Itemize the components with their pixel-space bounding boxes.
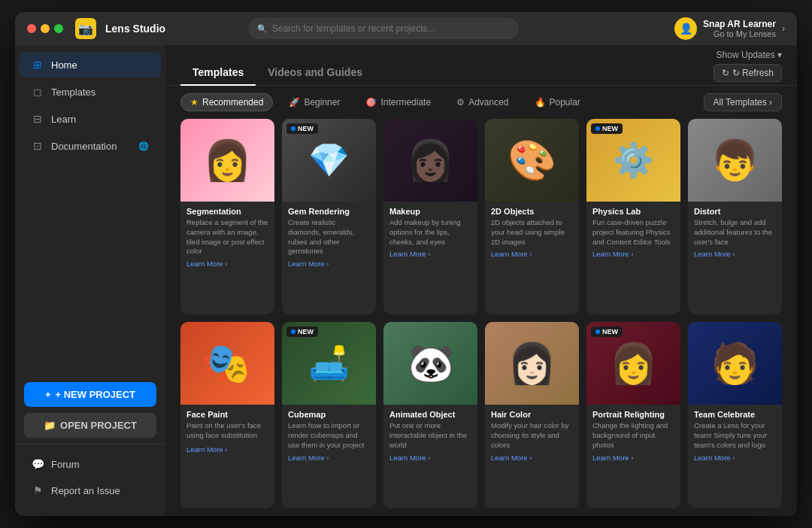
card-image-distort: 👦	[688, 119, 782, 202]
minimize-button[interactable]	[41, 24, 50, 33]
app-window: 📷 Lens Studio 🔍 👤 Snap AR Learner Go to …	[15, 12, 797, 516]
card-title-celebrate: Team Celebrate	[694, 410, 776, 419]
template-card-haircolor[interactable]: 👩🏻 Hair Color Modify your hair color by …	[485, 322, 579, 508]
refresh-label: ↻ Refresh	[732, 68, 774, 78]
haircolor-image: 👩🏻	[508, 341, 556, 387]
template-card-celebrate[interactable]: 🧑 Team Celebrate Create a Lens for your …	[688, 322, 782, 508]
show-updates-label[interactable]: Show Updates ▾	[717, 50, 782, 60]
template-card-makeup[interactable]: 👩🏿 Makeup Add makeup by tuning options f…	[383, 119, 477, 314]
tab-templates[interactable]: Templates	[180, 60, 256, 86]
card-body-makeup: Makeup Add makeup by tuning options for …	[383, 202, 477, 264]
card-body-segmentation: Segmentation Replace a segment of the ca…	[180, 202, 274, 274]
docs-icon: ⊡	[32, 140, 44, 152]
card-title-gem: Gem Rendering	[288, 207, 370, 216]
card-title-animated: Animated Object	[389, 410, 471, 419]
animated-image: 🐼	[408, 341, 454, 385]
template-card-2dobjects[interactable]: 🎨 2D Objects 2D objects attached to your…	[485, 119, 579, 314]
updates-bar[interactable]: Show Updates ▾	[165, 45, 797, 60]
card-desc-animated: Put one or more interactable object in t…	[389, 421, 471, 450]
sidebar-item-templates[interactable]: ◻ Templates	[20, 79, 161, 105]
learn-more-haircolor[interactable]: Learn More ›	[491, 454, 573, 462]
forum-icon: 💬	[32, 458, 44, 470]
filter-beginner[interactable]: 🚀 Beginner	[279, 93, 350, 111]
card-title-makeup: Makeup	[389, 207, 471, 216]
template-card-segmentation[interactable]: 👩 Segmentation Replace a segment of the …	[180, 119, 274, 314]
filter-recommended[interactable]: ★ Recommended	[180, 93, 273, 111]
card-title-physics: Physics Lab	[592, 207, 674, 216]
learn-more-facepaint[interactable]: Learn More ›	[186, 445, 268, 454]
new-project-button[interactable]: + + NEW PROJECT	[24, 382, 156, 407]
2dobjects-image: 🎨	[508, 138, 556, 184]
filter-advanced[interactable]: ⚙ Advanced	[447, 93, 518, 111]
physics-image: ⚙️	[613, 141, 654, 180]
template-card-gem[interactable]: 💎 NEW Gem Rendering Create realistic dia…	[282, 119, 376, 314]
learn-more-2dobjects[interactable]: Learn More ›	[491, 250, 573, 258]
close-button[interactable]	[27, 24, 36, 33]
card-desc-facepaint: Paint on the user's face using face subs…	[186, 421, 268, 442]
card-image-gem: 💎 NEW	[282, 119, 376, 202]
template-card-facepaint[interactable]: 🎭 Face Paint Paint on the user's face us…	[180, 322, 274, 508]
folder-icon: 📁	[44, 420, 56, 431]
filter-recommended-label: Recommended	[202, 97, 263, 108]
portrait-image: 👩	[609, 341, 658, 387]
card-body-2dobjects: 2D Objects 2D objects attached to your h…	[485, 202, 579, 264]
tab-videos[interactable]: Videos and Guides	[256, 60, 374, 86]
learn-more-physics[interactable]: Learn More ›	[592, 250, 674, 258]
sidebar-item-report[interactable]: ⚑ Report an Issue	[20, 478, 161, 503]
intermediate-icon: 🎯	[365, 97, 377, 108]
filter-bar: ★ Recommended 🚀 Beginner 🎯 Intermediate …	[165, 86, 797, 119]
card-title-cubemap: Cubemap	[288, 410, 370, 419]
card-desc-physics: Fun case-driven puzzle project featuring…	[592, 218, 674, 247]
user-name: Snap AR Learner	[703, 19, 776, 29]
card-title-haircolor: Hair Color	[491, 410, 573, 419]
learn-more-gem[interactable]: Learn More ›	[288, 259, 370, 268]
learn-more-makeup[interactable]: Learn More ›	[389, 250, 471, 258]
learn-more-segmentation[interactable]: Learn More ›	[186, 259, 268, 268]
open-project-button[interactable]: 📁 OPEN PROJECT	[24, 413, 156, 438]
gem-image: 💎	[308, 141, 350, 180]
filter-popular-label: Popular	[550, 97, 580, 108]
sidebar-item-documentation[interactable]: ⊡ Documentation 🌐	[20, 133, 161, 159]
search-bar[interactable]: 🔍	[248, 18, 519, 39]
filter-popular[interactable]: 🔥 Popular	[525, 93, 590, 111]
template-card-portrait[interactable]: 👩 NEW Portrait Relighting Change the lig…	[586, 322, 680, 508]
card-body-haircolor: Hair Color Modify your hair color by cho…	[485, 405, 579, 467]
refresh-button[interactable]: ↻ ↻ Refresh	[714, 64, 782, 82]
sidebar-item-learn-label: Learn	[51, 114, 76, 125]
sidebar-item-learn[interactable]: ⊟ Learn	[20, 106, 161, 132]
sidebar-item-home[interactable]: ⊞ Home	[20, 52, 161, 77]
all-templates-button[interactable]: All Templates ›	[704, 93, 782, 111]
new-project-label: + NEW PROJECT	[56, 389, 136, 400]
filter-beginner-label: Beginner	[304, 97, 340, 108]
app-title: Lens Studio	[105, 23, 165, 35]
docs-external-icon: 🌐	[138, 141, 149, 151]
new-badge-gem: NEW	[286, 123, 318, 134]
sidebar-item-forum[interactable]: 💬 Forum	[20, 451, 161, 477]
card-image-animated: 🐼	[383, 322, 477, 405]
user-chevron-icon[interactable]: ›	[782, 23, 785, 34]
tabs-row: Templates Videos and Guides ↻ ↻ Refresh	[165, 60, 797, 86]
card-image-portrait: 👩 NEW	[586, 322, 680, 405]
template-card-distort[interactable]: 👦 Distort Stretch, bulge and add additio…	[688, 119, 782, 314]
forum-label: Forum	[51, 459, 80, 470]
search-input[interactable]	[272, 23, 510, 34]
learn-more-celebrate[interactable]: Learn More ›	[694, 454, 776, 462]
card-image-celebrate: 🧑	[688, 322, 782, 405]
card-body-portrait: Portrait Relighting Change the lighting …	[586, 405, 680, 467]
card-image-cubemap: 🛋️ NEW	[282, 322, 376, 405]
card-desc-segmentation: Replace a segment of the camera with an …	[186, 218, 268, 256]
card-desc-makeup: Add makeup by tuning options for the lip…	[389, 218, 471, 247]
learn-more-distort[interactable]: Learn More ›	[694, 250, 776, 258]
filter-intermediate[interactable]: 🎯 Intermediate	[356, 93, 441, 111]
card-desc-haircolor: Modify your hair color by choosing its s…	[491, 421, 573, 450]
template-card-cubemap[interactable]: 🛋️ NEW Cubemap Learn how to import or re…	[282, 322, 376, 508]
learn-more-portrait[interactable]: Learn More ›	[592, 454, 674, 462]
template-card-animated[interactable]: 🐼 Animated Object Put one or more intera…	[383, 322, 477, 508]
template-card-physics[interactable]: ⚙️ NEW Physics Lab Fun case-driven puzzl…	[586, 119, 680, 314]
card-image-physics: ⚙️ NEW	[586, 119, 680, 202]
learn-more-cubemap[interactable]: Learn More ›	[288, 454, 370, 462]
user-sub: Go to My Lenses	[703, 29, 776, 38]
maximize-button[interactable]	[54, 24, 63, 33]
traffic-lights	[27, 24, 63, 33]
learn-more-animated[interactable]: Learn More ›	[389, 454, 471, 462]
